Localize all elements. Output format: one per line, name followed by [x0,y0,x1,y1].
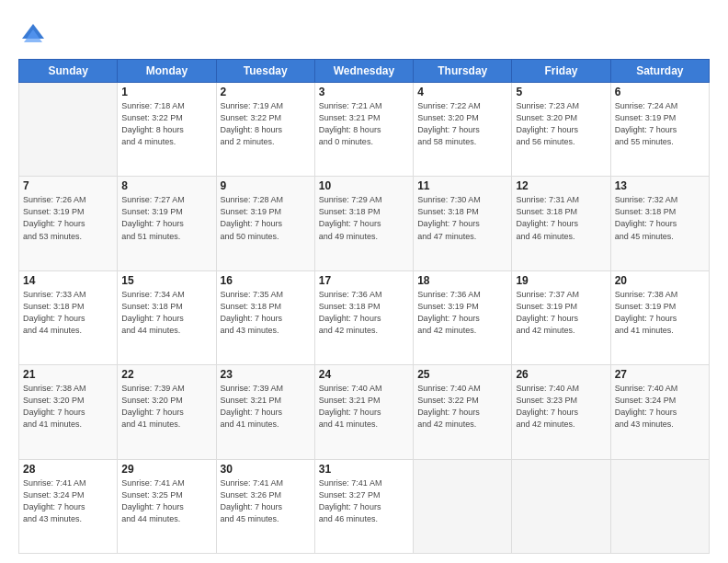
calendar-cell: 29Sunrise: 7:41 AMSunset: 3:25 PMDayligh… [118,459,216,553]
calendar-cell: 27Sunrise: 7:40 AMSunset: 3:24 PMDayligh… [610,365,709,459]
calendar-cell: 3Sunrise: 7:21 AMSunset: 3:21 PMDaylight… [314,83,413,177]
day-number: 19 [516,274,606,287]
day-detail: Sunrise: 7:37 AMSunset: 3:19 PMDaylight:… [516,289,606,337]
day-detail: Sunrise: 7:41 AMSunset: 3:26 PMDaylight:… [221,477,311,525]
day-number: 5 [516,86,606,98]
calendar-cell: 25Sunrise: 7:40 AMSunset: 3:22 PMDayligh… [414,365,512,459]
calendar-cell: 1Sunrise: 7:18 AMSunset: 3:22 PMDaylight… [118,83,216,177]
calendar-cell [512,459,610,553]
day-number: 8 [121,179,211,192]
col-header-wednesday: Wednesday [314,60,413,83]
day-detail: Sunrise: 7:38 AMSunset: 3:20 PMDaylight:… [23,383,113,431]
day-number: 13 [615,179,705,192]
day-detail: Sunrise: 7:21 AMSunset: 3:21 PMDaylight:… [319,100,409,148]
calendar-week-row: 28Sunrise: 7:41 AMSunset: 3:24 PMDayligh… [19,459,710,553]
day-detail: Sunrise: 7:36 AMSunset: 3:18 PMDaylight:… [319,289,409,337]
day-number: 22 [121,368,211,381]
page: SundayMondayTuesdayWednesdayThursdayFrid… [0,0,728,563]
calendar-cell: 4Sunrise: 7:22 AMSunset: 3:20 PMDaylight… [414,83,512,177]
day-detail: Sunrise: 7:39 AMSunset: 3:20 PMDaylight:… [121,383,211,431]
calendar-cell [19,83,118,177]
day-detail: Sunrise: 7:33 AMSunset: 3:18 PMDaylight:… [23,289,113,337]
calendar-cell: 5Sunrise: 7:23 AMSunset: 3:20 PMDaylight… [512,83,610,177]
col-header-saturday: Saturday [610,60,709,83]
calendar-cell: 11Sunrise: 7:30 AMSunset: 3:18 PMDayligh… [414,177,512,270]
calendar-cell: 14Sunrise: 7:33 AMSunset: 3:18 PMDayligh… [19,270,118,364]
day-number: 7 [23,179,113,192]
day-number: 20 [615,274,705,287]
calendar-cell: 16Sunrise: 7:35 AMSunset: 3:18 PMDayligh… [216,270,314,364]
day-number: 31 [319,463,409,476]
calendar-cell: 7Sunrise: 7:26 AMSunset: 3:19 PMDaylight… [19,177,118,270]
day-number: 1 [121,86,211,98]
day-detail: Sunrise: 7:32 AMSunset: 3:18 PMDaylight:… [615,194,705,242]
day-detail: Sunrise: 7:29 AMSunset: 3:18 PMDaylight:… [319,194,409,242]
day-detail: Sunrise: 7:19 AMSunset: 3:22 PMDaylight:… [221,100,311,148]
day-number: 24 [319,368,409,381]
day-number: 12 [516,179,606,192]
col-header-thursday: Thursday [414,60,512,83]
day-number: 28 [23,463,113,476]
col-header-monday: Monday [118,60,216,83]
calendar-cell: 23Sunrise: 7:39 AMSunset: 3:21 PMDayligh… [216,365,314,459]
calendar-cell: 24Sunrise: 7:40 AMSunset: 3:21 PMDayligh… [314,365,413,459]
day-detail: Sunrise: 7:23 AMSunset: 3:20 PMDaylight:… [516,100,606,148]
day-detail: Sunrise: 7:40 AMSunset: 3:21 PMDaylight:… [319,383,409,431]
day-detail: Sunrise: 7:39 AMSunset: 3:21 PMDaylight:… [221,383,311,431]
day-number: 14 [23,274,113,287]
calendar-week-row: 21Sunrise: 7:38 AMSunset: 3:20 PMDayligh… [19,365,710,459]
day-detail: Sunrise: 7:34 AMSunset: 3:18 PMDaylight:… [121,289,211,337]
day-number: 21 [23,368,113,381]
day-detail: Sunrise: 7:40 AMSunset: 3:24 PMDaylight:… [615,383,705,431]
day-number: 6 [615,86,705,98]
day-detail: Sunrise: 7:18 AMSunset: 3:22 PMDaylight:… [121,100,211,148]
calendar-cell: 30Sunrise: 7:41 AMSunset: 3:26 PMDayligh… [216,459,314,553]
day-number: 30 [221,463,311,476]
calendar-header-row: SundayMondayTuesdayWednesdayThursdayFrid… [19,60,710,83]
day-number: 9 [221,179,311,192]
calendar-cell: 6Sunrise: 7:24 AMSunset: 3:19 PMDaylight… [610,83,709,177]
day-number: 26 [516,368,606,381]
col-header-tuesday: Tuesday [216,60,314,83]
day-detail: Sunrise: 7:35 AMSunset: 3:18 PMDaylight:… [221,289,311,337]
day-detail: Sunrise: 7:36 AMSunset: 3:19 PMDaylight:… [417,289,507,337]
logo-icon [18,20,48,50]
calendar-week-row: 1Sunrise: 7:18 AMSunset: 3:22 PMDaylight… [19,83,710,177]
day-number: 11 [417,179,507,192]
day-detail: Sunrise: 7:27 AMSunset: 3:19 PMDaylight:… [121,194,211,242]
day-detail: Sunrise: 7:30 AMSunset: 3:18 PMDaylight:… [417,194,507,242]
calendar-cell [414,459,512,553]
col-header-sunday: Sunday [19,60,118,83]
day-detail: Sunrise: 7:28 AMSunset: 3:19 PMDaylight:… [221,194,311,242]
calendar-cell: 17Sunrise: 7:36 AMSunset: 3:18 PMDayligh… [314,270,413,364]
day-detail: Sunrise: 7:26 AMSunset: 3:19 PMDaylight:… [23,194,113,242]
calendar-cell: 13Sunrise: 7:32 AMSunset: 3:18 PMDayligh… [610,177,709,270]
calendar-cell: 15Sunrise: 7:34 AMSunset: 3:18 PMDayligh… [118,270,216,364]
logo [18,20,51,50]
day-detail: Sunrise: 7:38 AMSunset: 3:19 PMDaylight:… [615,289,705,337]
day-detail: Sunrise: 7:40 AMSunset: 3:23 PMDaylight:… [516,383,606,431]
calendar-cell: 20Sunrise: 7:38 AMSunset: 3:19 PMDayligh… [610,270,709,364]
calendar-week-row: 14Sunrise: 7:33 AMSunset: 3:18 PMDayligh… [19,270,710,364]
day-detail: Sunrise: 7:41 AMSunset: 3:24 PMDaylight:… [23,477,113,525]
calendar-cell: 2Sunrise: 7:19 AMSunset: 3:22 PMDaylight… [216,83,314,177]
calendar-cell: 12Sunrise: 7:31 AMSunset: 3:18 PMDayligh… [512,177,610,270]
day-number: 16 [221,274,311,287]
day-number: 23 [221,368,311,381]
day-number: 29 [121,463,211,476]
day-number: 17 [319,274,409,287]
calendar-cell: 19Sunrise: 7:37 AMSunset: 3:19 PMDayligh… [512,270,610,364]
day-number: 4 [417,86,507,98]
day-detail: Sunrise: 7:41 AMSunset: 3:25 PMDaylight:… [121,477,211,525]
day-detail: Sunrise: 7:40 AMSunset: 3:22 PMDaylight:… [417,383,507,431]
calendar-cell: 22Sunrise: 7:39 AMSunset: 3:20 PMDayligh… [118,365,216,459]
day-detail: Sunrise: 7:22 AMSunset: 3:20 PMDaylight:… [417,100,507,148]
calendar-cell: 8Sunrise: 7:27 AMSunset: 3:19 PMDaylight… [118,177,216,270]
day-detail: Sunrise: 7:31 AMSunset: 3:18 PMDaylight:… [516,194,606,242]
calendar-cell: 28Sunrise: 7:41 AMSunset: 3:24 PMDayligh… [19,459,118,553]
day-number: 25 [417,368,507,381]
day-number: 27 [615,368,705,381]
calendar-cell: 26Sunrise: 7:40 AMSunset: 3:23 PMDayligh… [512,365,610,459]
calendar-week-row: 7Sunrise: 7:26 AMSunset: 3:19 PMDaylight… [19,177,710,270]
calendar-cell: 31Sunrise: 7:41 AMSunset: 3:27 PMDayligh… [314,459,413,553]
